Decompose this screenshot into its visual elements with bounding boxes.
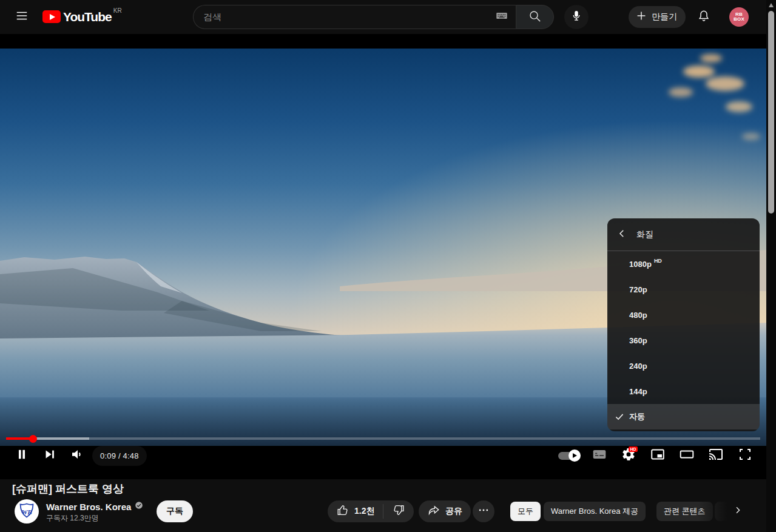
like-count: 1.2천: [354, 506, 374, 517]
create-label: 만들기: [652, 12, 677, 22]
chip-from-channel[interactable]: Warner Bros. Korea 제공: [544, 502, 646, 521]
youtube-logo[interactable]: YouTube KR: [42, 8, 122, 25]
quality-option-360p[interactable]: 360p: [607, 328, 760, 353]
quality-option-label: 240p: [629, 362, 647, 371]
subscribe-button[interactable]: 구독: [157, 500, 193, 522]
quality-menu-title: 화질: [636, 229, 653, 240]
notifications-button[interactable]: [692, 5, 716, 29]
hd-superscript: HD: [654, 258, 662, 264]
svg-text:WB: WB: [21, 508, 32, 516]
masthead: YouTube KR 검색 만들기 RB BOX: [0, 0, 766, 34]
next-icon: [43, 448, 56, 463]
quality-option-480p[interactable]: 480p: [607, 302, 760, 328]
quality-option-label: 480p: [629, 311, 647, 320]
verified-badge-icon: [135, 501, 143, 512]
quality-option-label: 자동: [629, 411, 645, 422]
quality-option-label: 1080p: [629, 260, 652, 269]
dislike-button[interactable]: [383, 500, 414, 522]
pause-button[interactable]: [10, 443, 34, 468]
share-label: 공유: [445, 506, 462, 517]
bell-icon: [697, 8, 711, 25]
search-placeholder: 검색: [203, 12, 495, 23]
gear-icon: HD: [621, 447, 636, 464]
chip-all[interactable]: 모두: [510, 502, 541, 521]
theater-mode-button[interactable]: [675, 443, 699, 468]
like-dislike-pill: 1.2천: [328, 500, 414, 522]
autoplay-toggle[interactable]: [555, 443, 582, 468]
speaker-icon: [70, 447, 84, 464]
logo-text: YouTube: [63, 8, 112, 25]
quality-option-144p[interactable]: 144p: [607, 379, 760, 404]
hamburger-icon: [15, 9, 29, 25]
settings-button[interactable]: HD: [616, 443, 641, 468]
chevron-right-icon: [733, 505, 743, 517]
autoplay-track: [558, 452, 579, 460]
chip-label: Warner Bros. Korea 제공: [551, 506, 638, 517]
quality-option-240p[interactable]: 240p: [607, 353, 760, 379]
microphone-icon: [570, 9, 583, 25]
scrollbar-thumb[interactable]: [768, 11, 774, 214]
channel-avatar[interactable]: WB: [15, 499, 39, 524]
avatar-text-line2: BOX: [734, 17, 744, 22]
chip-label: 모두: [518, 506, 533, 517]
create-button[interactable]: 만들기: [629, 6, 686, 28]
quality-menu-header: 화질: [607, 218, 760, 251]
fullscreen-icon: [738, 447, 752, 464]
keyboard-icon[interactable]: [495, 9, 508, 25]
plus-icon: [635, 9, 648, 25]
video-player: 0:09 / 4:48 HD: [0, 34, 766, 479]
progress-bar[interactable]: [6, 437, 760, 440]
fullscreen-button[interactable]: [733, 443, 757, 468]
share-button[interactable]: 공유: [419, 500, 471, 522]
account-avatar[interactable]: RB BOX: [729, 7, 749, 27]
next-button[interactable]: [38, 443, 62, 468]
chips-next-button[interactable]: [728, 502, 747, 521]
quality-menu: 화질 1080p HD 720p 480p 360p 240p 144p 자동: [607, 218, 760, 431]
subtitles-icon: [592, 446, 607, 465]
theater-icon: [679, 446, 695, 465]
chevron-left-icon: [616, 228, 627, 241]
search-icon: [528, 9, 542, 25]
youtube-play-icon: [42, 10, 61, 23]
autoplay-knob: [569, 450, 581, 462]
player-controls: 0:09 / 4:48 HD: [0, 443, 766, 470]
subscriber-count: 구독자 12.3만명: [46, 513, 99, 524]
more-actions-button[interactable]: [473, 500, 494, 522]
share-icon: [427, 503, 440, 519]
check-icon: [614, 411, 625, 424]
video-info-section: [슈퍼맨] 퍼스트룩 영상 WB Warner Bros. Korea 구독자 …: [0, 479, 766, 532]
ellipsis-icon: [477, 504, 490, 519]
miniplayer-button[interactable]: [646, 443, 670, 468]
quality-option-label: 360p: [629, 336, 647, 345]
page-scrollbar[interactable]: [766, 0, 776, 532]
search-input[interactable]: 검색: [193, 5, 516, 29]
like-button[interactable]: 1.2천: [328, 500, 383, 522]
video-title: [슈퍼맨] 퍼스트룩 영상: [12, 482, 124, 496]
thumb-up-icon: [336, 503, 349, 519]
subscribe-label: 구독: [166, 506, 183, 517]
voice-search-button[interactable]: [564, 5, 589, 29]
quality-option-label: 720p: [629, 285, 647, 294]
quality-option-720p[interactable]: 720p: [607, 277, 760, 302]
volume-button[interactable]: [65, 443, 89, 468]
cast-icon: [709, 447, 723, 464]
quality-option-label: 144p: [629, 387, 647, 396]
search-button[interactable]: [516, 5, 554, 29]
subtitles-button[interactable]: [587, 443, 612, 468]
menu-back-button[interactable]: [607, 218, 636, 251]
quality-option-1080p[interactable]: 1080p HD: [607, 251, 760, 277]
settings-hd-badge: HD: [629, 446, 638, 452]
progress-scrubber[interactable]: [29, 435, 37, 443]
channel-name[interactable]: Warner Bros. Korea: [46, 502, 131, 512]
miniplayer-icon: [650, 446, 666, 465]
time-display: 0:09 / 4:48: [92, 446, 147, 466]
logo-country-code: KR: [113, 7, 122, 14]
thumb-down-icon: [392, 503, 405, 519]
menu-button[interactable]: [10, 5, 34, 29]
pause-icon: [15, 448, 29, 463]
scrollbar-up-arrow[interactable]: [769, 3, 774, 7]
cast-button[interactable]: [704, 443, 728, 468]
quality-option-auto[interactable]: 자동: [607, 404, 760, 429]
